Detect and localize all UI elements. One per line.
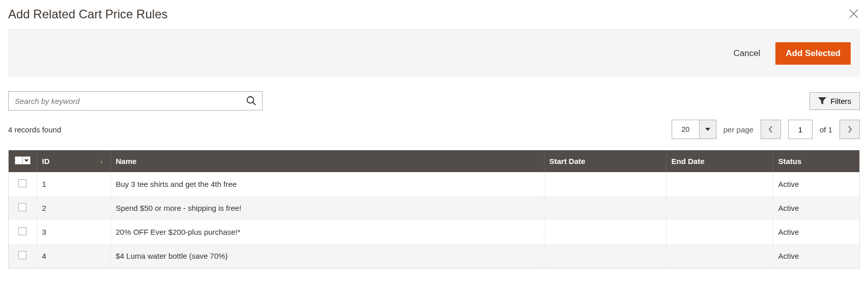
add-selected-button[interactable]: Add Selected xyxy=(775,42,851,65)
row-checkbox[interactable] xyxy=(18,227,26,235)
search-input[interactable] xyxy=(9,97,241,105)
per-page-label: per page xyxy=(724,125,754,134)
action-bar: Cancel Add Selected xyxy=(8,30,860,77)
caret-down-icon xyxy=(705,128,710,131)
modal-title: Add Related Cart Price Rules xyxy=(8,7,167,21)
column-header-start-date[interactable]: Start Date xyxy=(544,150,666,172)
row-checkbox-cell xyxy=(9,220,37,244)
cell-id: 3 xyxy=(37,220,110,244)
column-header-name[interactable]: Name xyxy=(110,150,544,172)
svg-point-2 xyxy=(247,97,254,103)
next-page-button[interactable] xyxy=(840,120,860,139)
cell-start-date xyxy=(544,196,666,220)
modal-header: Add Related Cart Price Rules xyxy=(0,0,868,25)
row-checkbox[interactable] xyxy=(18,251,26,259)
table-row[interactable]: 3 20% OFF Ever $200-plus purchase!* Acti… xyxy=(9,220,859,244)
row-checkbox-cell xyxy=(9,244,37,268)
filter-icon xyxy=(818,97,826,104)
cell-start-date xyxy=(544,220,666,244)
filters-label: Filters xyxy=(830,97,851,105)
cancel-button[interactable]: Cancel xyxy=(733,48,760,59)
prev-page-button[interactable] xyxy=(761,120,781,139)
cell-name: Spend $50 or more - shipping is free! xyxy=(110,196,544,220)
row-checkbox-cell xyxy=(9,172,37,196)
column-header-select[interactable] xyxy=(9,150,37,172)
page-size-select[interactable]: 20 xyxy=(672,120,716,139)
select-dropdown[interactable] xyxy=(22,156,31,164)
column-header-id[interactable]: ID ↓ xyxy=(37,150,110,172)
toolbar: Filters xyxy=(8,91,860,111)
page-size-dropdown[interactable] xyxy=(700,120,716,139)
chevron-left-icon xyxy=(768,126,773,133)
row-checkbox[interactable] xyxy=(18,203,26,211)
table-row[interactable]: 2 Spend $50 or more - shipping is free! … xyxy=(9,196,859,220)
search-icon xyxy=(246,95,257,106)
cell-status: Active xyxy=(773,244,859,268)
cell-name: $4 Luma water bottle (save 70%) xyxy=(110,244,544,268)
page-of-label: of 1 xyxy=(820,125,832,134)
modal: Add Related Cart Price Rules Cancel Add … xyxy=(0,0,868,268)
pager-controls: 20 per page of 1 xyxy=(672,120,860,139)
cell-status: Active xyxy=(773,172,859,196)
cell-name: 20% OFF Ever $200-plus purchase!* xyxy=(110,220,544,244)
cell-id: 2 xyxy=(37,196,110,220)
svg-line-3 xyxy=(253,102,256,105)
column-header-status[interactable]: Status xyxy=(773,150,859,172)
table-row[interactable]: 1 Buy 3 tee shirts and get the 4th free … xyxy=(9,172,859,196)
cell-start-date xyxy=(544,172,666,196)
pager-row: 4 records found 20 per page of 1 xyxy=(8,120,860,139)
cell-end-date xyxy=(666,196,773,220)
close-icon xyxy=(848,8,860,20)
select-all-checkbox[interactable] xyxy=(15,156,23,164)
cell-end-date xyxy=(666,220,773,244)
cell-status: Active xyxy=(773,220,859,244)
search-box xyxy=(8,91,263,111)
close-button[interactable] xyxy=(848,8,860,21)
header-row: ID ↓ Name Start Date End Date Status xyxy=(9,150,859,172)
caret-down-icon xyxy=(24,159,28,162)
cell-id: 4 xyxy=(37,244,110,268)
cell-name: Buy 3 tee shirts and get the 4th free xyxy=(110,172,544,196)
filters-button[interactable]: Filters xyxy=(809,92,860,110)
row-checkbox[interactable] xyxy=(18,179,26,187)
cell-end-date xyxy=(666,244,773,268)
row-checkbox-cell xyxy=(9,196,37,220)
svg-marker-4 xyxy=(818,97,826,104)
column-header-end-date[interactable]: End Date xyxy=(666,150,773,172)
chevron-right-icon xyxy=(847,126,852,133)
page-input[interactable] xyxy=(788,120,813,139)
data-grid: ID ↓ Name Start Date End Date Status 1 B… xyxy=(8,150,860,268)
page-size-value: 20 xyxy=(672,120,700,139)
cell-end-date xyxy=(666,172,773,196)
search-button[interactable] xyxy=(241,92,262,110)
cell-start-date xyxy=(544,244,666,268)
cell-id: 1 xyxy=(37,172,110,196)
sort-down-icon: ↓ xyxy=(100,157,103,164)
cell-status: Active xyxy=(773,196,859,220)
table-row[interactable]: 4 $4 Luma water bottle (save 70%) Active xyxy=(9,244,859,268)
records-found: 4 records found xyxy=(8,125,61,134)
